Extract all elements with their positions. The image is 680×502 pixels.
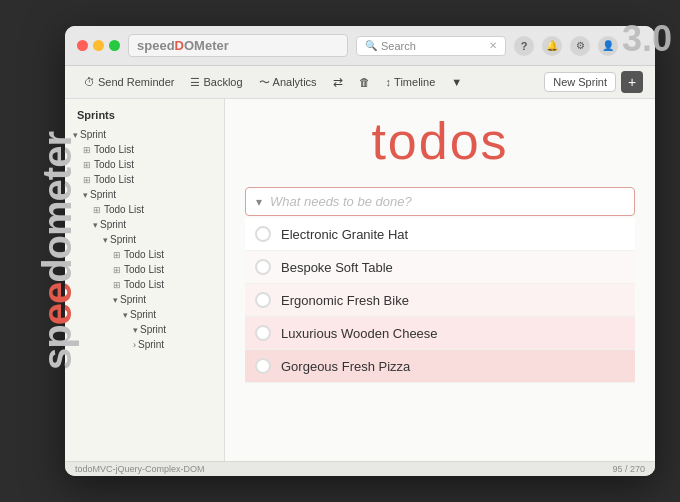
version-label: 3.0 (622, 18, 672, 60)
sidebar-item-label: Todo List (124, 249, 164, 260)
todo-list-icon: ⊞ (113, 265, 121, 275)
help-icon[interactable]: ? (514, 36, 534, 56)
sidebar-item[interactable]: ▾ Sprint (65, 232, 224, 247)
window-controls (77, 40, 120, 51)
analytics-button[interactable]: 〜 Analytics (252, 72, 324, 93)
sidebar-item[interactable]: ▾ Sprint (65, 292, 224, 307)
search-icon: 🔍 (365, 40, 377, 51)
todo-input-placeholder: What needs to be done? (270, 194, 412, 209)
todo-area: todos ▾ What needs to be done? Electroni… (225, 99, 655, 461)
browser-action-icons: ? 🔔 ⚙ 👤 (514, 36, 618, 56)
chevron-down-icon: ▾ (83, 190, 88, 200)
sidebar-item[interactable]: ⊞ Todo List (65, 172, 224, 187)
todo-checkbox[interactable] (255, 325, 271, 341)
filter-icon: ▼ (451, 76, 462, 88)
notification-icon[interactable]: 🔔 (542, 36, 562, 56)
delete-icon: 🗑 (359, 76, 370, 88)
search-text: Search (381, 40, 416, 52)
sidebar-item[interactable]: ▾ Sprint (65, 187, 224, 202)
sidebar-item[interactable]: ⊞ Todo List (65, 247, 224, 262)
clock-icon: ⏱ (84, 76, 95, 88)
brand-dom: dometer (35, 132, 79, 283)
todo-list-icon: ⊞ (83, 160, 91, 170)
todo-list-icon: ⊞ (93, 205, 101, 215)
sidebar-item[interactable]: ⊞ Todo List (65, 202, 224, 217)
search-clear-icon[interactable]: ✕ (489, 40, 497, 51)
brand-em: ee (35, 283, 79, 326)
sidebar-item-label: Todo List (124, 279, 164, 290)
sidebar-item-label: Sprint (110, 234, 136, 245)
sidebar-item-label: Todo List (94, 159, 134, 170)
todo-item-text: Ergonomic Fresh Bike (281, 293, 409, 308)
todo-item-text: Electronic Granite Hat (281, 227, 408, 242)
main-content: Sprints ▾ Sprint ⊞ Todo List ⊞ Todo List… (65, 99, 655, 461)
todo-list-icon: ⊞ (83, 175, 91, 185)
sidebar-item-label: Todo List (104, 204, 144, 215)
todo-item[interactable]: Gorgeous Fresh Pizza (245, 350, 635, 383)
expand-icon: ▾ (256, 195, 262, 209)
todo-checkbox[interactable] (255, 358, 271, 374)
todo-checkbox[interactable] (255, 226, 271, 242)
todo-checkbox[interactable] (255, 259, 271, 275)
backlog-icon: ☰ (190, 76, 200, 89)
sidebar-sprints-header: Sprints (65, 107, 224, 127)
sidebar-item-label: Sprint (138, 339, 164, 350)
new-sprint-dropdown[interactable]: New Sprint (544, 72, 616, 92)
plus-icon: + (628, 74, 636, 90)
timeline-button[interactable]: ↕ Timeline (379, 73, 443, 91)
user-icon[interactable]: 👤 (598, 36, 618, 56)
chevron-right-icon: › (133, 340, 136, 350)
sidebar-item[interactable]: ⊞ Todo List (65, 262, 224, 277)
new-sprint-label: New Sprint (553, 76, 607, 88)
close-dot (77, 40, 88, 51)
todo-item[interactable]: Bespoke Soft Table (245, 251, 635, 284)
sidebar-item[interactable]: ▾ Sprint (65, 307, 224, 322)
todo-item[interactable]: Luxurious Wooden Cheese (245, 317, 635, 350)
todo-checkbox[interactable] (255, 292, 271, 308)
add-sprint-button[interactable]: + (621, 71, 643, 93)
sidebar: Sprints ▾ Sprint ⊞ Todo List ⊞ Todo List… (65, 99, 225, 461)
sidebar-item-label: Todo List (124, 264, 164, 275)
filter-button[interactable]: ▼ (444, 73, 469, 91)
delete-button[interactable]: 🗑 (352, 73, 377, 91)
todo-item-text: Bespoke Soft Table (281, 260, 393, 275)
status-left-text: todoMVC-jQuery-Complex-DOM (75, 464, 205, 474)
search-bar[interactable]: 🔍 Search ✕ (356, 36, 506, 56)
sidebar-item[interactable]: ▾ Sprint (65, 217, 224, 232)
sidebar-item-label: Sprint (100, 219, 126, 230)
send-reminder-button[interactable]: ⏱ Send Reminder (77, 73, 181, 91)
sidebar-item[interactable]: ⊞ Todo List (65, 277, 224, 292)
todo-item[interactable]: Electronic Granite Hat (245, 218, 635, 251)
todo-item[interactable]: Ergonomic Fresh Bike (245, 284, 635, 317)
shuffle-icon: ⇄ (333, 75, 343, 89)
sidebar-item-label: Todo List (94, 174, 134, 185)
sidebar-item-label: Sprint (90, 189, 116, 200)
sidebar-item[interactable]: ⊞ Todo List (65, 142, 224, 157)
sidebar-item-label: Sprint (130, 309, 156, 320)
shuffle-icon-button[interactable]: ⇄ (326, 72, 350, 92)
analytics-label: Analytics (273, 76, 317, 88)
address-bar: speedDOMeter (128, 34, 348, 57)
todo-input-container[interactable]: ▾ What needs to be done? (245, 187, 635, 216)
todo-list-icon: ⊞ (113, 280, 121, 290)
sidebar-item[interactable]: ▾ Sprint (65, 127, 224, 142)
sidebar-item[interactable]: ⊞ Todo List (65, 157, 224, 172)
browser-window: speedDOMeter 🔍 Search ✕ ? 🔔 ⚙ 👤 ⏱ Send R… (65, 26, 655, 476)
todo-item-text: Gorgeous Fresh Pizza (281, 359, 410, 374)
sidebar-item[interactable]: ▾ Sprint (65, 322, 224, 337)
status-bar: todoMVC-jQuery-Complex-DOM 95 / 270 (65, 461, 655, 476)
analytics-icon: 〜 (259, 75, 270, 90)
sidebar-item[interactable]: › Sprint (65, 337, 224, 352)
brand-speed: sp (35, 325, 79, 370)
settings-icon[interactable]: ⚙ (570, 36, 590, 56)
chevron-down-icon: ▾ (113, 295, 118, 305)
minimize-dot (93, 40, 104, 51)
sidebar-item-label: Sprint (140, 324, 166, 335)
todo-list-icon: ⊞ (113, 250, 121, 260)
speedometer-brand-label: speedometer (37, 132, 77, 370)
browser-chrome: speedDOMeter 🔍 Search ✕ ? 🔔 ⚙ 👤 (65, 26, 655, 66)
backlog-button[interactable]: ☰ Backlog (183, 73, 249, 92)
maximize-dot (109, 40, 120, 51)
chevron-down-icon: ▾ (103, 235, 108, 245)
version-number: 3.0 (622, 18, 672, 59)
